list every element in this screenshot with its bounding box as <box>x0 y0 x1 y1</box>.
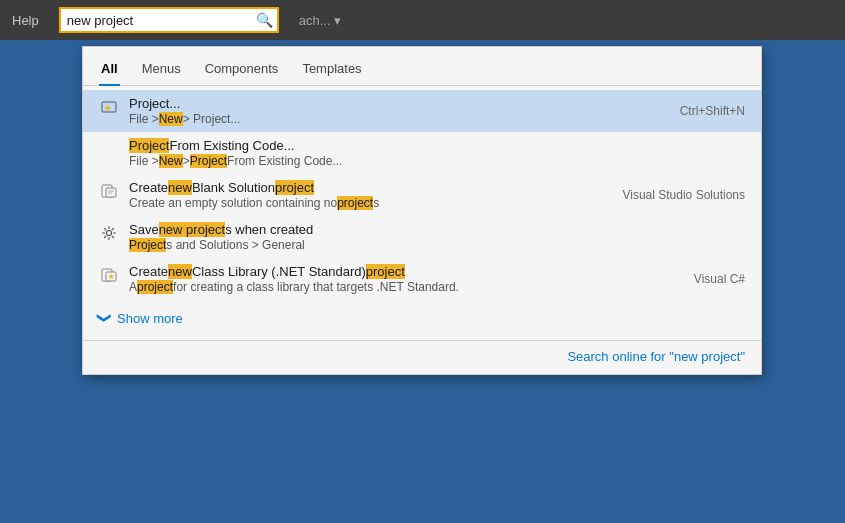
result-item[interactable]: Save new projects when created Projects … <box>83 216 761 258</box>
result-item[interactable]: ★ Project... File > New > Project... Ctr… <box>83 90 761 132</box>
class-library-icon: ★ <box>99 265 119 285</box>
result-title: Project... <box>129 96 664 111</box>
result-title: Save new projects when created <box>129 222 745 237</box>
result-subtitle: A project for creating a class library t… <box>129 280 678 294</box>
search-input[interactable] <box>59 7 279 33</box>
tab-components[interactable]: Components <box>203 57 281 86</box>
result-subtitle: File > New > Project... <box>129 112 664 126</box>
search-button[interactable]: 🔍 <box>252 10 277 30</box>
result-content: Create new Class Library (.NET Standard)… <box>129 264 678 294</box>
result-shortcut: Ctrl+Shift+N <box>664 104 745 118</box>
tab-templates[interactable]: Templates <box>300 57 363 86</box>
tab-menus[interactable]: Menus <box>140 57 183 86</box>
svg-text:★: ★ <box>104 104 112 113</box>
new-project-icon: ★ <box>99 97 119 117</box>
show-more-label: Show more <box>117 311 183 326</box>
result-content: Project... File > New > Project... <box>129 96 664 126</box>
result-item[interactable]: Project From Existing Code... File > New… <box>83 132 761 174</box>
result-category: Visual Studio Solutions <box>606 188 745 202</box>
svg-point-6 <box>107 231 112 236</box>
search-container: 🔍 <box>59 7 279 33</box>
result-content: Save new projects when created Projects … <box>129 222 745 252</box>
blank-solution-icon <box>99 181 119 201</box>
search-online-section: Search online for "new project" <box>83 340 761 374</box>
result-category: Visual C# <box>678 272 745 286</box>
search-dropdown: All Menus Components Templates ★ Project… <box>82 46 762 375</box>
tab-all[interactable]: All <box>99 57 120 86</box>
result-content: Create new Blank Solution project Create… <box>129 180 606 210</box>
top-bar-extra: ach... ▾ <box>299 13 341 28</box>
gear-icon <box>99 223 119 243</box>
result-subtitle: Projects and Solutions > General <box>129 238 745 252</box>
result-title: Create new Blank Solution project <box>129 180 606 195</box>
results-list: ★ Project... File > New > Project... Ctr… <box>83 86 761 340</box>
top-bar: Help 🔍 ach... ▾ <box>0 0 845 40</box>
show-more-button[interactable]: ❯ Show more <box>83 300 761 336</box>
result-subtitle: Create an empty solution containing no p… <box>129 196 606 210</box>
result-title: Create new Class Library (.NET Standard)… <box>129 264 678 279</box>
help-menu[interactable]: Help <box>12 13 39 28</box>
result-item[interactable]: ★ Create new Class Library (.NET Standar… <box>83 258 761 300</box>
svg-text:★: ★ <box>108 273 115 280</box>
filter-tabs: All Menus Components Templates <box>83 47 761 86</box>
search-online-link[interactable]: Search online for "new project" <box>567 349 745 364</box>
result-item[interactable]: Create new Blank Solution project Create… <box>83 174 761 216</box>
result-content: Project From Existing Code... File > New… <box>129 138 745 168</box>
result-subtitle: File > New > Project From Existing Code.… <box>129 154 745 168</box>
chevron-down-icon: ❯ <box>97 312 113 324</box>
result-title: Project From Existing Code... <box>129 138 745 153</box>
